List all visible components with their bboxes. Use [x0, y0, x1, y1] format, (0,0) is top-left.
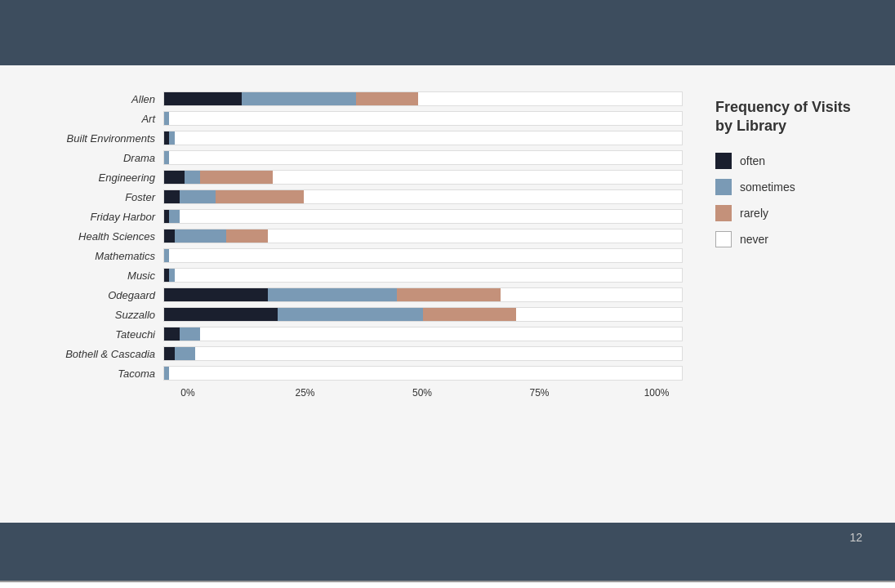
bar-track	[163, 307, 683, 322]
bar-label: Drama	[33, 152, 163, 164]
bar-label: Foster	[33, 191, 163, 203]
bar-track	[163, 209, 683, 224]
bar-row: Engineering	[33, 168, 683, 186]
legend-title: Frequency of Visits by Library	[715, 98, 862, 136]
slide-container: AllenArtBuilt EnvironmentsDramaEngineeri…	[0, 0, 895, 588]
bar-label: Allen	[33, 93, 163, 105]
bar-row: Allen	[33, 90, 683, 108]
bottom-white	[0, 581, 895, 588]
bar-segment-never	[200, 327, 682, 341]
legend-item-sometimes: sometimes	[715, 179, 862, 195]
bar-segment-often	[164, 308, 278, 321]
bar-segment-never	[169, 112, 682, 125]
bar-track	[163, 91, 683, 106]
bar-track	[163, 327, 683, 341]
bar-segment-sometimes	[180, 190, 216, 203]
bar-segment-never	[516, 308, 682, 321]
chart-area: AllenArtBuilt EnvironmentsDramaEngineeri…	[33, 90, 862, 399]
bar-segment-sometimes	[180, 327, 200, 341]
bar-segment-sometimes	[278, 308, 423, 321]
bar-label: Bothell & Cascadia	[33, 348, 163, 360]
bar-row: Mathematics	[33, 247, 683, 265]
bar-label: Built Environments	[33, 132, 163, 145]
rarely-label: rarely	[740, 207, 768, 220]
bar-segment-never	[268, 229, 682, 243]
chart-container: AllenArtBuilt EnvironmentsDramaEngineeri…	[33, 90, 683, 399]
sometimes-swatch	[715, 179, 732, 195]
bar-row: Suzzallo	[33, 305, 683, 323]
bar-segment-often	[164, 347, 175, 360]
bar-segment-never	[418, 92, 682, 105]
page-number: 12	[0, 523, 895, 552]
x-axis-label: 75%	[515, 387, 564, 399]
sometimes-label: sometimes	[740, 180, 795, 194]
bar-segment-never	[175, 131, 682, 145]
bar-segment-never	[169, 249, 682, 262]
never-swatch	[715, 231, 732, 247]
x-axis-label: 100%	[632, 387, 681, 399]
top-section	[0, 0, 895, 65]
bar-row: Tateuchi	[33, 325, 683, 343]
bar-segment-sometimes	[169, 210, 180, 223]
bar-segment-never	[180, 210, 682, 223]
bar-segment-often	[164, 327, 180, 341]
bar-segment-often	[164, 229, 175, 243]
x-axis-label: 50%	[398, 387, 447, 399]
bar-segment-sometimes	[175, 229, 226, 243]
legend-item-often: often	[715, 153, 862, 169]
bar-segment-never	[169, 151, 682, 164]
bar-row: Built Environments	[33, 129, 683, 147]
bar-segment-never	[175, 269, 682, 282]
bar-row: Health Sciences	[33, 227, 683, 245]
bar-track	[163, 366, 683, 381]
bar-label: Odegaard	[33, 289, 163, 301]
bar-row: Drama	[33, 149, 683, 167]
bar-row: Odegaard	[33, 286, 683, 304]
bar-track	[163, 346, 683, 361]
bar-label: Suzzallo	[33, 309, 163, 321]
bar-track	[163, 248, 683, 263]
bar-segment-sometimes	[242, 92, 355, 105]
bar-segment-rarely	[423, 308, 516, 321]
often-label: often	[740, 154, 765, 167]
bar-segment-often	[164, 288, 268, 301]
bar-track	[163, 287, 683, 302]
bottom-stub	[0, 552, 895, 581]
bar-segment-rarely	[397, 288, 501, 301]
bar-segment-rarely	[216, 190, 304, 203]
bar-segment-often	[164, 190, 180, 203]
bar-track	[163, 111, 683, 126]
bar-segment-rarely	[226, 229, 268, 243]
bar-track	[163, 189, 683, 204]
bar-label: Tateuchi	[33, 328, 163, 341]
x-axis-label: 0%	[163, 387, 212, 399]
bar-label: Engineering	[33, 172, 163, 184]
bar-track	[163, 268, 683, 283]
bar-segment-rarely	[356, 92, 418, 105]
legend-item-never: never	[715, 231, 862, 247]
bar-row: Friday Harbor	[33, 207, 683, 225]
bar-row: Art	[33, 109, 683, 127]
x-axis-labels: 0%25%50%75%100%	[163, 387, 683, 399]
bar-segment-never	[195, 347, 682, 360]
bar-segment-never	[169, 367, 682, 380]
rarely-swatch	[715, 205, 732, 221]
main-section: AllenArtBuilt EnvironmentsDramaEngineeri…	[0, 65, 895, 523]
bar-segment-often	[164, 92, 242, 105]
bar-segment-often	[164, 171, 185, 184]
bar-label: Mathematics	[33, 250, 163, 262]
bar-label: Health Sciences	[33, 230, 163, 243]
bar-label: Friday Harbor	[33, 211, 163, 223]
bar-row: Tacoma	[33, 364, 683, 382]
legend-item-rarely: rarely	[715, 205, 862, 221]
bar-segment-sometimes	[175, 347, 195, 360]
bar-row: Music	[33, 266, 683, 284]
bar-segment-sometimes	[268, 288, 398, 301]
bar-segment-never	[273, 171, 682, 184]
bar-segment-rarely	[200, 171, 273, 184]
bar-track	[163, 131, 683, 145]
often-swatch	[715, 153, 732, 169]
bar-track	[163, 229, 683, 243]
bar-label: Music	[33, 270, 163, 282]
bar-track	[163, 170, 683, 185]
